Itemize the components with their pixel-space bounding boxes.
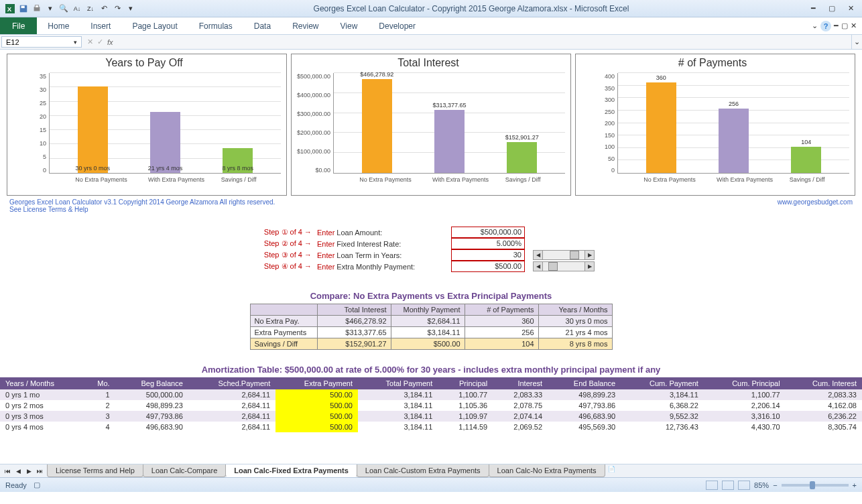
compare-cell[interactable]: 104 bbox=[465, 338, 538, 350]
ribbon-tab-data[interactable]: Data bbox=[243, 17, 282, 34]
workbook-restore-icon[interactable]: ▢ bbox=[841, 21, 848, 30]
amort-cell[interactable]: 497,793.86 bbox=[548, 400, 621, 411]
compare-cell[interactable]: $2,684.11 bbox=[391, 316, 465, 327]
step-slider[interactable]: ◀▶ bbox=[533, 250, 595, 260]
amort-cell[interactable]: 2,074.14 bbox=[493, 411, 548, 422]
compare-cell[interactable]: $466,278.92 bbox=[317, 316, 391, 327]
amort-cell[interactable]: 1,100.77 bbox=[704, 389, 786, 400]
slider-right-icon[interactable]: ▶ bbox=[584, 251, 594, 259]
redo-icon[interactable]: ↷ bbox=[111, 3, 123, 15]
amort-cell[interactable]: 3,184.11 bbox=[358, 389, 438, 400]
amort-cell[interactable]: 500.00 bbox=[275, 400, 358, 411]
amort-cell[interactable]: 498,899.23 bbox=[548, 389, 621, 400]
zoom-out-icon[interactable]: − bbox=[773, 481, 777, 489]
close-button[interactable]: ✕ bbox=[843, 3, 858, 15]
slider-left-icon[interactable]: ◀ bbox=[534, 262, 543, 271]
compare-cell[interactable]: 30 yrs 0 mos bbox=[538, 316, 612, 327]
amort-cell[interactable]: 3,184.11 bbox=[358, 422, 438, 432]
name-box-input[interactable] bbox=[6, 38, 66, 46]
amort-cell[interactable]: 500.00 bbox=[275, 411, 358, 422]
amort-cell[interactable]: 2 bbox=[83, 400, 115, 411]
amort-cell[interactable]: 3 bbox=[83, 411, 115, 422]
help-icon[interactable]: ? bbox=[820, 21, 831, 32]
formula-expand-icon[interactable]: ⌄ bbox=[851, 35, 862, 49]
step-input[interactable]: $500.00 bbox=[451, 261, 525, 272]
ribbon-tab-view[interactable]: View bbox=[330, 17, 369, 34]
amort-cell[interactable]: 0 yrs 2 mos bbox=[0, 400, 83, 411]
zoom-in-icon[interactable]: + bbox=[853, 481, 857, 489]
ribbon-tab-insert[interactable]: Insert bbox=[80, 17, 121, 34]
amort-cell[interactable]: 495,569.30 bbox=[548, 422, 621, 432]
amort-cell[interactable]: 497,793.86 bbox=[115, 411, 188, 422]
ribbon-tab-formulas[interactable]: Formulas bbox=[188, 17, 243, 34]
amort-cell[interactable]: 0 yrs 1 mo bbox=[0, 389, 83, 400]
sort-asc-icon[interactable]: A↓ bbox=[71, 3, 83, 15]
amort-cell[interactable]: 500.00 bbox=[275, 389, 358, 400]
sheet-tab[interactable]: Loan Calc-No Extra Payments bbox=[489, 464, 605, 477]
amort-cell[interactable]: 3,184.11 bbox=[621, 389, 704, 400]
amort-cell[interactable]: 2,684.11 bbox=[188, 411, 275, 422]
print-preview-icon[interactable] bbox=[31, 3, 43, 15]
name-box-dropdown-icon[interactable]: ▾ bbox=[74, 39, 77, 46]
zoom-slider[interactable] bbox=[782, 484, 849, 487]
license-link[interactable]: See License Terms & Help bbox=[9, 206, 88, 213]
tab-prev-icon[interactable]: ◀ bbox=[13, 466, 23, 476]
amort-cell[interactable]: 2,083.33 bbox=[786, 389, 862, 400]
name-box[interactable]: ▾ bbox=[1, 36, 82, 48]
find-icon[interactable]: 🔍 bbox=[58, 3, 70, 15]
compare-cell[interactable]: Savings / Diff bbox=[250, 338, 317, 350]
sheet-tab[interactable]: Loan Calc-Custom Extra Payments bbox=[357, 464, 489, 477]
new-sheet-icon[interactable]: 📄 bbox=[607, 464, 617, 474]
macro-record-icon[interactable]: ▢ bbox=[34, 481, 40, 489]
tab-first-icon[interactable]: ⏮ bbox=[3, 466, 12, 476]
compare-cell[interactable]: $500.00 bbox=[391, 338, 465, 350]
amort-cell[interactable]: 8,305.74 bbox=[786, 422, 862, 432]
step-input[interactable]: 30 bbox=[451, 249, 525, 261]
undo-icon[interactable]: ↶ bbox=[98, 3, 110, 15]
amort-cell[interactable]: 0 yrs 3 mos bbox=[0, 411, 83, 422]
amort-cell[interactable]: 1,109.97 bbox=[438, 411, 493, 422]
excel-icon[interactable]: X bbox=[4, 3, 16, 15]
step-slider[interactable]: ◀▶ bbox=[533, 261, 595, 271]
amort-cell[interactable]: 0 yrs 4 mos bbox=[0, 422, 83, 432]
compare-cell[interactable]: 21 yrs 4 mos bbox=[538, 327, 612, 338]
amort-cell[interactable]: 4,162.08 bbox=[786, 400, 862, 411]
amort-cell[interactable]: 3,316.10 bbox=[704, 411, 786, 422]
copyright-link[interactable]: Georges Excel Loan Calculator v3.1 Copyr… bbox=[9, 198, 275, 206]
cancel-formula-icon[interactable]: ✕ bbox=[87, 38, 93, 46]
amort-cell[interactable]: 12,736.43 bbox=[621, 422, 704, 432]
qat-customize-icon[interactable]: ▾ bbox=[125, 3, 137, 15]
sort-desc-icon[interactable]: Z↓ bbox=[84, 3, 97, 15]
compare-cell[interactable]: $313,377.65 bbox=[317, 327, 391, 338]
file-tab[interactable]: File bbox=[0, 17, 37, 34]
slider-thumb[interactable] bbox=[548, 262, 558, 271]
compare-cell[interactable]: 8 yrs 8 mos bbox=[538, 338, 612, 350]
amort-cell[interactable]: 4,430.70 bbox=[704, 422, 786, 432]
sheet-tab[interactable]: Loan Calc-Fixed Extra Payments bbox=[225, 464, 357, 477]
compare-cell[interactable]: 360 bbox=[465, 316, 538, 327]
sheet-tab[interactable]: License Terms and Help bbox=[47, 464, 143, 477]
ribbon-minimize-icon[interactable]: ⌄ bbox=[812, 21, 818, 30]
amort-cell[interactable]: 3,184.11 bbox=[358, 411, 438, 422]
slider-right-icon[interactable]: ▶ bbox=[584, 262, 594, 271]
amort-cell[interactable]: 2,206.14 bbox=[704, 400, 786, 411]
normal-view-icon[interactable] bbox=[706, 481, 718, 490]
minimize-button[interactable]: ━ bbox=[806, 3, 820, 15]
enter-formula-icon[interactable]: ✓ bbox=[97, 38, 103, 46]
chart-1[interactable]: Total Interest$500,000.00$400,000.00$300… bbox=[291, 54, 571, 196]
workbook-minimize-icon[interactable]: ━ bbox=[834, 21, 839, 30]
ribbon-tab-review[interactable]: Review bbox=[282, 17, 329, 34]
website-link[interactable]: www.georgesbudget.com bbox=[778, 198, 853, 213]
ribbon-tab-developer[interactable]: Developer bbox=[368, 17, 426, 34]
zoom-level[interactable]: 85% bbox=[754, 481, 769, 489]
step-input[interactable]: $500,000.00 bbox=[451, 227, 525, 238]
workbook-close-icon[interactable]: ✕ bbox=[851, 21, 857, 30]
amort-cell[interactable]: 1 bbox=[83, 389, 115, 400]
amort-cell[interactable]: 2,083.33 bbox=[493, 389, 548, 400]
amort-cell[interactable]: 9,552.32 bbox=[621, 411, 704, 422]
step-input[interactable]: 5.000% bbox=[451, 238, 525, 249]
amort-cell[interactable]: 1,105.36 bbox=[438, 400, 493, 411]
amort-cell[interactable]: 498,899.23 bbox=[115, 400, 188, 411]
amort-cell[interactable]: 6,368.22 bbox=[621, 400, 704, 411]
page-break-view-icon[interactable] bbox=[738, 481, 750, 490]
